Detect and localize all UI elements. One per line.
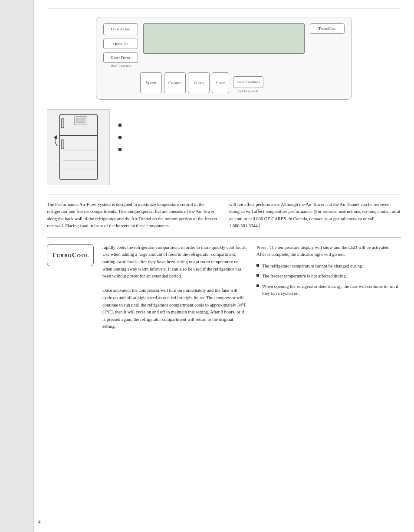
bullet-item-3 (118, 147, 401, 151)
turbo-badge: TurboCool (47, 244, 94, 266)
quick-ice-button[interactable]: Quick Ice (103, 39, 138, 49)
svg-rect-2 (61, 119, 64, 128)
mid-section (47, 109, 401, 185)
turbo-note-3: When opening the refrigerator door durin… (256, 283, 401, 297)
svg-rect-8 (76, 118, 85, 123)
turbo-right-col: Press . The temperature display will sho… (256, 244, 401, 330)
svg-rect-3 (61, 140, 64, 149)
door-alarm-button[interactable]: Door Alarm (103, 23, 138, 35)
fridge-image (47, 109, 110, 185)
turbo-left-text: rapidly cools the refrigerator compartme… (102, 244, 247, 330)
reset-filter-button[interactable]: Reset Filter (103, 52, 138, 63)
turbo-right-text-top: Press . The temperature display will sho… (256, 244, 401, 258)
mid-rule (47, 195, 401, 195)
turbo-note-2: The freezer temperature is not affected … (256, 273, 401, 280)
turbo-note-1: The refrigerator temperature cannot be c… (256, 263, 401, 270)
lock-controls-button[interactable]: Lock Controls (233, 76, 263, 88)
cubed-button[interactable]: Cubed (188, 72, 210, 93)
turbo-cool-section: TurboCool rapidly cools the refrigerator… (47, 244, 401, 330)
water-button[interactable]: Water (140, 72, 162, 93)
turbo-text-group: rapidly cools the refrigerator compartme… (102, 244, 401, 330)
performance-section: The Performance Air-Flow System is desig… (47, 201, 401, 230)
hold-label-left: Hold 3 seconds (111, 64, 131, 68)
hold-label-right: Hold 3 seconds (238, 89, 258, 93)
main-display (143, 23, 305, 54)
bullet-item-1 (118, 122, 401, 127)
bullet-item-2 (118, 134, 401, 139)
performance-left-text: The Performance Air-Flow System is desig… (47, 201, 219, 230)
page-number: 4 (38, 519, 41, 524)
crushed-button[interactable]: Crushed (164, 72, 186, 93)
light-button[interactable]: Light (212, 72, 229, 93)
top-rule (47, 9, 401, 9)
control-panel-section: Door Alarm Quick Ice Reset Filter Hold 3… (47, 17, 401, 100)
sidebar-bar (0, 0, 34, 532)
turbo-cool-button[interactable]: TurboCool (310, 23, 345, 34)
bottom-rule (47, 238, 401, 238)
performance-right-text: will not affect performance. Although th… (229, 201, 401, 230)
